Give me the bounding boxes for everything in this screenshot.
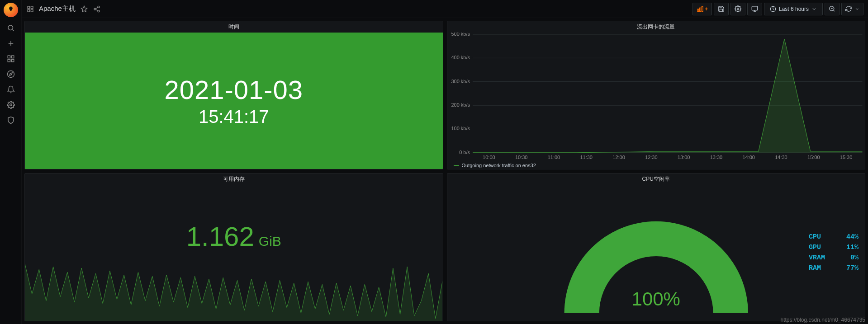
star-icon[interactable] (80, 5, 88, 13)
legend-label: Outgoing network traffic on ens32 (462, 163, 536, 168)
stat-row: RAM77% (809, 264, 859, 272)
panel-network-out[interactable]: 流出网卡的流量 0 b/s100 kb/s200 kb/s300 kb/s400… (447, 21, 866, 169)
svg-text:12:00: 12:00 (612, 155, 625, 160)
svg-rect-11 (28, 6, 30, 9)
stat-row: VRAM0% (809, 254, 859, 262)
clock-date: 2021-01-03 (164, 75, 303, 105)
view-mode-button[interactable] (747, 3, 762, 15)
svg-rect-13 (28, 9, 30, 12)
svg-text:13:00: 13:00 (677, 155, 690, 160)
svg-text:400 kb/s: 400 kb/s (451, 55, 470, 60)
svg-text:11:00: 11:00 (547, 155, 560, 160)
svg-text:100 kb/s: 100 kb/s (451, 126, 470, 131)
chevron-down-icon (811, 6, 817, 12)
legend-swatch (454, 165, 459, 166)
panel-title: CPU空闲率 (447, 174, 865, 185)
svg-point-24 (737, 8, 739, 10)
svg-text:10:30: 10:30 (515, 155, 527, 160)
svg-rect-6 (8, 60, 10, 62)
zoom-out-button[interactable] (825, 3, 840, 15)
search-icon[interactable] (6, 23, 15, 33)
svg-line-19 (96, 9, 98, 11)
explore-icon[interactable] (6, 70, 15, 79)
stat-row: CPU44% (809, 233, 859, 241)
plus-icon[interactable] (6, 39, 15, 48)
alert-icon[interactable] (6, 85, 15, 94)
save-button[interactable] (714, 3, 729, 15)
svg-rect-25 (752, 6, 758, 10)
svg-point-18 (98, 10, 100, 12)
svg-point-8 (7, 71, 14, 78)
dashboard-title[interactable]: Apache主机 (39, 5, 76, 13)
svg-text:11:30: 11:30 (580, 155, 592, 160)
share-icon[interactable] (93, 5, 101, 13)
svg-text:13:30: 13:30 (710, 155, 722, 160)
dashboards-icon[interactable] (6, 54, 15, 63)
svg-rect-23 (702, 6, 703, 11)
network-chart: 0 b/s100 kb/s200 kb/s300 kb/s400 kb/s500… (447, 33, 865, 169)
svg-line-20 (96, 7, 98, 9)
grafana-logo[interactable] (4, 3, 18, 17)
svg-text:300 kb/s: 300 kb/s (451, 79, 470, 84)
network-legend: Outgoing network traffic on ens32 (454, 163, 536, 168)
svg-marker-15 (81, 6, 87, 12)
memory-value: 1.162 (186, 221, 254, 252)
svg-text:14:00: 14:00 (742, 155, 755, 160)
panel-title: 时间 (25, 21, 443, 33)
svg-rect-4 (8, 56, 10, 58)
svg-text:12:30: 12:30 (645, 155, 658, 160)
panel-cpu-idle[interactable]: CPU空闲率 100% CPU44%GPU11%VRAM0%RAM77% (447, 173, 866, 322)
dashboard-settings-button[interactable] (730, 3, 745, 15)
clock-time: 15:41:17 (199, 107, 269, 127)
svg-point-17 (94, 8, 96, 10)
shield-icon[interactable] (6, 116, 15, 125)
svg-text:500 kb/s: 500 kb/s (451, 33, 470, 37)
time-range-label: Last 6 hours (779, 6, 809, 12)
panel-title: 流出网卡的流量 (447, 21, 865, 33)
stat-row: GPU11% (809, 244, 859, 251)
topbar: Apache主机 + (22, 0, 868, 18)
sidebar (0, 0, 22, 324)
settings-icon[interactable] (6, 100, 15, 109)
refresh-button[interactable] (841, 3, 863, 15)
panel-memory[interactable]: 可用内存 1.162 GiB (24, 173, 443, 322)
svg-marker-9 (9, 73, 12, 75)
svg-rect-5 (11, 56, 14, 58)
svg-text:15:00: 15:00 (807, 155, 820, 160)
memory-unit: GiB (259, 234, 281, 249)
system-stats-overlay: CPU44%GPU11%VRAM0%RAM77% (809, 233, 859, 272)
svg-line-30 (833, 10, 835, 11)
svg-text:200 kb/s: 200 kb/s (451, 102, 470, 108)
panel-time[interactable]: 时间 2021-01-03 15:41:17 (24, 21, 443, 169)
svg-point-16 (98, 6, 100, 8)
svg-text:10:00: 10:00 (483, 155, 495, 160)
svg-rect-22 (700, 8, 701, 11)
svg-rect-21 (697, 9, 699, 11)
watermark: https://blog.csdn.net/m0_46674735 (781, 317, 865, 323)
svg-text:0 b/s: 0 b/s (459, 150, 470, 155)
svg-rect-7 (11, 60, 14, 62)
svg-point-10 (9, 104, 12, 106)
cpu-gauge-value: 100% (632, 288, 680, 310)
svg-rect-14 (31, 9, 33, 12)
time-range-picker[interactable]: Last 6 hours (764, 3, 823, 15)
svg-point-0 (8, 25, 13, 30)
svg-rect-12 (31, 6, 33, 9)
chevron-down-icon (855, 7, 859, 11)
svg-text:15:30: 15:30 (840, 155, 852, 160)
dashboards-mini-icon[interactable] (26, 5, 34, 13)
add-panel-button[interactable]: + (693, 3, 712, 15)
svg-line-1 (12, 29, 14, 31)
memory-sparkline (25, 185, 442, 321)
svg-text:14:30: 14:30 (775, 155, 787, 160)
panel-title: 可用内存 (25, 174, 443, 185)
dashboard-grid: 时间 2021-01-03 15:41:17 流出网卡的流量 0 b/s100 … (22, 18, 868, 324)
